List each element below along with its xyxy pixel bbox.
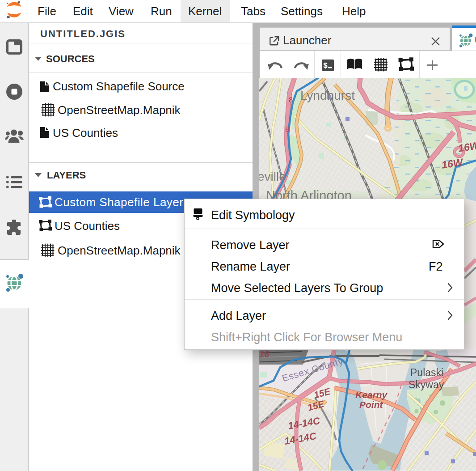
svg-text:Point: Point xyxy=(359,399,383,410)
svg-text:Lyndhurst: Lyndhurst xyxy=(300,89,355,102)
svg-text:eville: eville xyxy=(259,170,286,183)
svg-text:Kearny: Kearny xyxy=(355,390,388,400)
svg-text:$: $ xyxy=(324,61,328,69)
svg-text:8: 8 xyxy=(289,96,293,104)
svg-text:Pulaski: Pulaski xyxy=(410,367,443,378)
svg-text:8: 8 xyxy=(285,126,289,133)
svg-text:Skyway: Skyway xyxy=(409,379,444,390)
svg-text:16: 16 xyxy=(259,349,270,359)
